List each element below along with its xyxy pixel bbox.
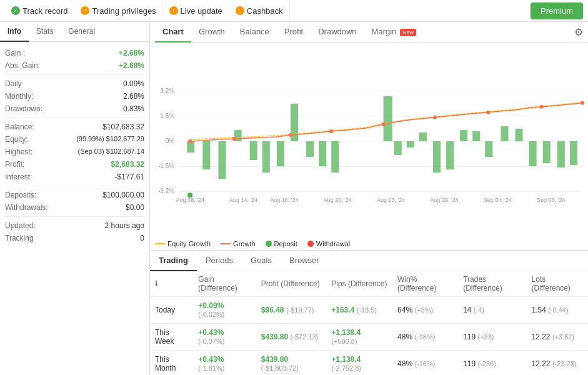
row-gain-today: +0.09% (-0.02%) — [193, 297, 256, 324]
th-pips: Pips (Difference) — [326, 271, 392, 297]
row-label-week: This Week — [150, 324, 193, 351]
info-row-withdrawals: Withdrawals: $0.00 — [5, 201, 144, 214]
cashback-icon: ! — [236, 6, 244, 15]
info-row-balance: Balance: $102,683.32 — [5, 121, 144, 133]
legend-growth: Growth — [221, 240, 255, 248]
svg-rect-20 — [218, 141, 226, 179]
row-lots-month: 12.22 (-23.28) — [527, 351, 588, 376]
svg-rect-19 — [202, 141, 210, 169]
svg-text:Aug 23, '24: Aug 23, '24 — [377, 197, 405, 203]
svg-rect-26 — [306, 141, 314, 157]
nav-track-record[interactable]: ✓ Track record — [5, 0, 74, 21]
info-row-highest: Highest: (Sep 03) $102,687.14 — [5, 146, 144, 158]
tab-browser[interactable]: Browser — [281, 251, 328, 271]
svg-text:1.6%: 1.6% — [160, 112, 174, 119]
info-row-equity: Equity: (99.99%) $102,677.29 — [5, 133, 144, 146]
tab-goals[interactable]: Goals — [242, 251, 281, 271]
th-win: Win% (Difference) — [392, 271, 458, 297]
row-profit-today: $96.48 (-$19.77) — [256, 297, 326, 324]
info-panel: Gain : +2.68% Abs. Gain: +2.68% Daily 0.… — [0, 42, 149, 375]
info-row-drawdown: Drawdown: 0.83% — [5, 102, 144, 115]
legend-deposit-label: Deposit — [274, 240, 297, 248]
row-profit-month: $439.80 (-$1,803.72) — [256, 351, 326, 376]
svg-text:Aug 08, '24: Aug 08, '24 — [176, 197, 204, 203]
row-pips-month: +1,138.4 (-2,752.8) — [326, 351, 392, 376]
svg-rect-30 — [394, 141, 402, 155]
chart-svg: 3.2% 1.6% 0% -1.6% -3.2% Aug 08, '24 Aug… — [152, 48, 586, 235]
svg-rect-41 — [543, 141, 551, 163]
row-lots-week: 12.22 (+3.62) — [527, 324, 588, 351]
svg-rect-34 — [446, 141, 454, 169]
svg-rect-31 — [407, 141, 414, 148]
svg-text:Aug 14, '24: Aug 14, '24 — [229, 197, 257, 203]
svg-point-52 — [581, 101, 584, 105]
info-row-monthly: Monthly: 2.68% — [5, 90, 144, 102]
info-row-profit: Profit: $2,683.32 — [5, 158, 144, 171]
live-update-icon: ! — [169, 6, 178, 15]
trading-table: ℹ Gain (Difference) Profit (Difference) … — [150, 271, 588, 375]
nav-trading-privileges[interactable]: ! Trading privileges — [74, 0, 162, 21]
main-content: Info Stats General Gain : +2.68% Abs. Ga… — [0, 22, 588, 375]
svg-rect-40 — [529, 141, 537, 166]
bottom-section: Trading Periods Goals Browser ℹ Gain (Di… — [150, 250, 588, 375]
svg-rect-39 — [516, 129, 523, 141]
legend-growth-label: Growth — [233, 240, 255, 248]
legend-equity-growth-label: Equity Growth — [167, 240, 211, 248]
svg-point-48 — [382, 122, 386, 126]
row-trades-today: 14 (-4) — [458, 297, 526, 324]
svg-rect-28 — [331, 141, 339, 172]
svg-rect-32 — [419, 132, 427, 141]
info-row-abs-gain: Abs. Gain: +2.68% — [5, 59, 144, 72]
legend-withdrawal: Withdrawal — [307, 240, 350, 248]
svg-rect-27 — [319, 141, 326, 166]
tab-general[interactable]: General — [61, 22, 102, 42]
premium-button[interactable]: Premium — [531, 2, 583, 19]
svg-point-47 — [329, 129, 333, 133]
chart-tab-growth[interactable]: Growth — [191, 22, 232, 42]
tab-stats[interactable]: Stats — [29, 22, 61, 42]
nav-track-record-label: Track record — [22, 6, 67, 16]
svg-rect-33 — [433, 141, 441, 172]
chart-tab-drawdown[interactable]: Drawdown — [311, 22, 364, 42]
svg-point-53 — [187, 192, 192, 198]
nav-live-update[interactable]: ! Live update — [163, 0, 229, 21]
tab-periods[interactable]: Periods — [197, 251, 242, 271]
svg-rect-38 — [501, 126, 508, 141]
svg-text:Aug 16, '24: Aug 16, '24 — [270, 197, 298, 203]
row-label-today: Today — [150, 297, 193, 324]
nav-cashback[interactable]: ! Cashback — [229, 0, 290, 21]
tab-info[interactable]: Info — [0, 22, 29, 42]
svg-rect-43 — [570, 141, 577, 165]
withdrawal-dot-icon — [307, 241, 314, 247]
row-pips-week: +1,138.4 (+586.8) — [326, 324, 392, 351]
chart-tab-margin[interactable]: Margin New — [364, 22, 424, 42]
info-row-interest: Interest: -$177.61 — [5, 171, 144, 183]
filter-icon[interactable]: ⚙ — [574, 26, 583, 38]
chart-tab-profit[interactable]: Profit — [277, 22, 311, 42]
svg-point-51 — [540, 105, 544, 109]
tab-trading[interactable]: Trading — [150, 251, 197, 271]
chart-tab-chart[interactable]: Chart — [155, 22, 191, 42]
right-panel: Chart Growth Balance Profit Drawdown Mar… — [150, 22, 588, 375]
row-label-month: This Month — [150, 351, 193, 376]
chart-tab-row: Chart Growth Balance Profit Drawdown Mar… — [150, 22, 588, 42]
th-trades: Trades (Difference) — [458, 271, 526, 297]
svg-text:-1.6%: -1.6% — [158, 162, 174, 169]
svg-rect-35 — [460, 130, 467, 141]
svg-text:0%: 0% — [166, 138, 175, 144]
row-win-month: 48% (-16%) — [392, 351, 458, 376]
svg-rect-22 — [250, 141, 257, 160]
info-row-deposits: Deposits: $100,000.00 — [5, 189, 144, 201]
chart-tab-balance[interactable]: Balance — [232, 22, 277, 42]
svg-point-44 — [188, 139, 192, 143]
table-row: This Month +0.43% (-1.81%) $439.80 (-$1,… — [150, 351, 588, 376]
deposit-dot-icon — [266, 241, 272, 247]
svg-rect-42 — [557, 141, 565, 168]
svg-rect-24 — [277, 141, 284, 166]
th-info: ℹ — [150, 271, 193, 297]
svg-rect-36 — [472, 131, 480, 141]
legend-equity-growth: Equity Growth — [155, 240, 211, 248]
growth-line-icon — [221, 243, 231, 244]
th-lots: Lots (Difference) — [527, 271, 588, 297]
svg-point-49 — [433, 116, 437, 119]
